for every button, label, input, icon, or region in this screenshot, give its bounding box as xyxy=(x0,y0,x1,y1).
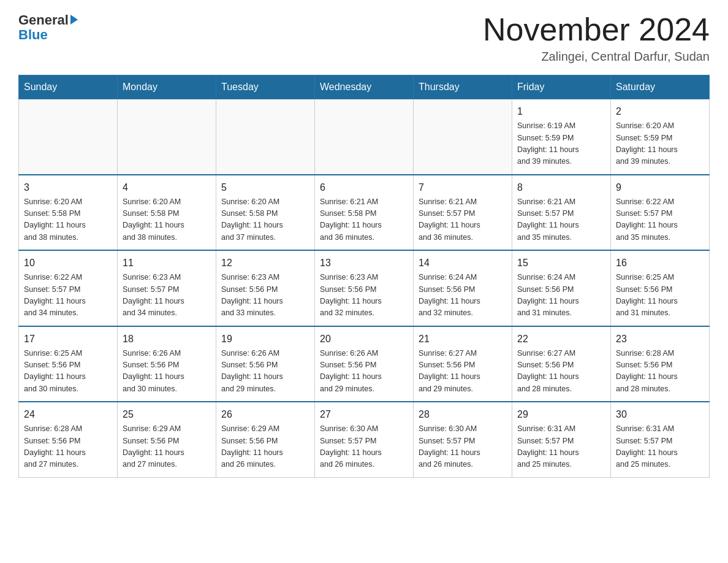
header-friday: Friday xyxy=(512,75,611,99)
header-saturday: Saturday xyxy=(611,75,710,99)
day-info: Sunrise: 6:27 AMSunset: 5:56 PMDaylight:… xyxy=(419,348,507,396)
day-number: 25 xyxy=(123,407,211,422)
calendar-cell: 22Sunrise: 6:27 AMSunset: 5:56 PMDayligh… xyxy=(512,326,611,402)
day-info: Sunrise: 6:19 AMSunset: 5:59 PMDaylight:… xyxy=(517,120,605,168)
calendar-cell xyxy=(216,99,315,175)
header-wednesday: Wednesday xyxy=(315,75,414,99)
day-number: 27 xyxy=(320,407,408,422)
calendar-table: SundayMondayTuesdayWednesdayThursdayFrid… xyxy=(18,75,710,478)
day-info: Sunrise: 6:22 AMSunset: 5:57 PMDaylight:… xyxy=(616,196,704,244)
day-number: 18 xyxy=(123,332,211,347)
day-number: 28 xyxy=(419,407,507,422)
day-number: 10 xyxy=(24,256,112,270)
calendar-cell: 10Sunrise: 6:22 AMSunset: 5:57 PMDayligh… xyxy=(19,250,118,326)
calendar-cell: 3Sunrise: 6:20 AMSunset: 5:58 PMDaylight… xyxy=(19,175,118,251)
day-number: 23 xyxy=(616,332,704,347)
day-info: Sunrise: 6:20 AMSunset: 5:58 PMDaylight:… xyxy=(123,196,211,244)
day-number: 20 xyxy=(320,332,408,347)
day-info: Sunrise: 6:23 AMSunset: 5:56 PMDaylight:… xyxy=(221,272,309,320)
day-number: 13 xyxy=(320,256,408,270)
day-info: Sunrise: 6:28 AMSunset: 5:56 PMDaylight:… xyxy=(616,348,704,396)
day-number: 11 xyxy=(123,256,211,270)
calendar-cell: 16Sunrise: 6:25 AMSunset: 5:56 PMDayligh… xyxy=(611,250,710,326)
day-info: Sunrise: 6:31 AMSunset: 5:57 PMDaylight:… xyxy=(517,423,605,471)
calendar-cell: 25Sunrise: 6:29 AMSunset: 5:56 PMDayligh… xyxy=(118,402,216,477)
day-info: Sunrise: 6:31 AMSunset: 5:57 PMDaylight:… xyxy=(616,423,704,471)
day-number: 14 xyxy=(419,256,507,270)
calendar-cell: 21Sunrise: 6:27 AMSunset: 5:56 PMDayligh… xyxy=(414,326,512,402)
day-number: 3 xyxy=(24,180,112,195)
header-thursday: Thursday xyxy=(414,75,512,99)
calendar-cell: 13Sunrise: 6:23 AMSunset: 5:56 PMDayligh… xyxy=(315,250,414,326)
day-info: Sunrise: 6:20 AMSunset: 5:58 PMDaylight:… xyxy=(221,196,309,244)
day-info: Sunrise: 6:30 AMSunset: 5:57 PMDaylight:… xyxy=(419,423,507,471)
day-info: Sunrise: 6:30 AMSunset: 5:57 PMDaylight:… xyxy=(320,423,408,471)
day-info: Sunrise: 6:29 AMSunset: 5:56 PMDaylight:… xyxy=(123,423,211,471)
day-info: Sunrise: 6:20 AMSunset: 5:58 PMDaylight:… xyxy=(24,196,112,244)
day-number: 24 xyxy=(24,407,112,422)
day-info: Sunrise: 6:28 AMSunset: 5:56 PMDaylight:… xyxy=(24,423,112,471)
calendar-cell xyxy=(315,99,414,175)
logo-general: General xyxy=(18,12,69,28)
day-number: 12 xyxy=(221,256,309,270)
day-number: 7 xyxy=(419,180,507,195)
calendar-cell: 26Sunrise: 6:29 AMSunset: 5:56 PMDayligh… xyxy=(216,402,315,477)
calendar-cell: 4Sunrise: 6:20 AMSunset: 5:58 PMDaylight… xyxy=(118,175,216,251)
calendar-cell: 11Sunrise: 6:23 AMSunset: 5:57 PMDayligh… xyxy=(118,250,216,326)
calendar-cell: 28Sunrise: 6:30 AMSunset: 5:57 PMDayligh… xyxy=(414,402,512,477)
day-info: Sunrise: 6:21 AMSunset: 5:58 PMDaylight:… xyxy=(320,196,408,244)
calendar-cell: 30Sunrise: 6:31 AMSunset: 5:57 PMDayligh… xyxy=(611,402,710,477)
logo-blue: Blue xyxy=(18,27,48,43)
day-number: 4 xyxy=(123,180,211,195)
day-info: Sunrise: 6:23 AMSunset: 5:56 PMDaylight:… xyxy=(320,272,408,320)
day-info: Sunrise: 6:22 AMSunset: 5:57 PMDaylight:… xyxy=(24,272,112,320)
day-info: Sunrise: 6:27 AMSunset: 5:56 PMDaylight:… xyxy=(517,348,605,396)
day-info: Sunrise: 6:21 AMSunset: 5:57 PMDaylight:… xyxy=(419,196,507,244)
day-number: 2 xyxy=(616,104,704,119)
logo: General Blue xyxy=(18,12,78,43)
day-number: 6 xyxy=(320,180,408,195)
calendar-cell: 29Sunrise: 6:31 AMSunset: 5:57 PMDayligh… xyxy=(512,402,611,477)
calendar-cell: 14Sunrise: 6:24 AMSunset: 5:56 PMDayligh… xyxy=(414,250,512,326)
calendar-cell xyxy=(19,99,118,175)
title-area: November 2024 Zalingei, Central Darfur, … xyxy=(483,12,710,64)
calendar-cell: 9Sunrise: 6:22 AMSunset: 5:57 PMDaylight… xyxy=(611,175,710,251)
calendar-cell: 6Sunrise: 6:21 AMSunset: 5:58 PMDaylight… xyxy=(315,175,414,251)
day-number: 8 xyxy=(517,180,605,195)
calendar-cell: 17Sunrise: 6:25 AMSunset: 5:56 PMDayligh… xyxy=(19,326,118,402)
day-info: Sunrise: 6:26 AMSunset: 5:56 PMDaylight:… xyxy=(123,348,211,396)
calendar-cell: 2Sunrise: 6:20 AMSunset: 5:59 PMDaylight… xyxy=(611,99,710,175)
calendar-header-row: SundayMondayTuesdayWednesdayThursdayFrid… xyxy=(19,75,710,99)
day-info: Sunrise: 6:21 AMSunset: 5:57 PMDaylight:… xyxy=(517,196,605,244)
month-title: November 2024 xyxy=(483,12,710,47)
day-info: Sunrise: 6:25 AMSunset: 5:56 PMDaylight:… xyxy=(616,272,704,320)
calendar-cell: 23Sunrise: 6:28 AMSunset: 5:56 PMDayligh… xyxy=(611,326,710,402)
day-info: Sunrise: 6:23 AMSunset: 5:57 PMDaylight:… xyxy=(123,272,211,320)
day-info: Sunrise: 6:20 AMSunset: 5:59 PMDaylight:… xyxy=(616,120,704,168)
day-number: 19 xyxy=(221,332,309,347)
day-number: 16 xyxy=(616,256,704,270)
logo-arrow-icon xyxy=(70,15,78,25)
day-info: Sunrise: 6:29 AMSunset: 5:56 PMDaylight:… xyxy=(221,423,309,471)
calendar-week-row: 24Sunrise: 6:28 AMSunset: 5:56 PMDayligh… xyxy=(19,402,710,477)
day-info: Sunrise: 6:24 AMSunset: 5:56 PMDaylight:… xyxy=(517,272,605,320)
day-number: 26 xyxy=(221,407,309,422)
calendar-week-row: 10Sunrise: 6:22 AMSunset: 5:57 PMDayligh… xyxy=(19,250,710,326)
day-number: 15 xyxy=(517,256,605,270)
day-number: 21 xyxy=(419,332,507,347)
day-info: Sunrise: 6:26 AMSunset: 5:56 PMDaylight:… xyxy=(221,348,309,396)
day-number: 1 xyxy=(517,104,605,119)
day-info: Sunrise: 6:26 AMSunset: 5:56 PMDaylight:… xyxy=(320,348,408,396)
day-number: 5 xyxy=(221,180,309,195)
calendar-week-row: 17Sunrise: 6:25 AMSunset: 5:56 PMDayligh… xyxy=(19,326,710,402)
calendar-cell: 5Sunrise: 6:20 AMSunset: 5:58 PMDaylight… xyxy=(216,175,315,251)
calendar-week-row: 3Sunrise: 6:20 AMSunset: 5:58 PMDaylight… xyxy=(19,175,710,251)
calendar-cell: 19Sunrise: 6:26 AMSunset: 5:56 PMDayligh… xyxy=(216,326,315,402)
calendar-cell: 1Sunrise: 6:19 AMSunset: 5:59 PMDaylight… xyxy=(512,99,611,175)
calendar-cell: 24Sunrise: 6:28 AMSunset: 5:56 PMDayligh… xyxy=(19,402,118,477)
calendar-cell: 12Sunrise: 6:23 AMSunset: 5:56 PMDayligh… xyxy=(216,250,315,326)
calendar-cell: 18Sunrise: 6:26 AMSunset: 5:56 PMDayligh… xyxy=(118,326,216,402)
day-info: Sunrise: 6:24 AMSunset: 5:56 PMDaylight:… xyxy=(419,272,507,320)
calendar-cell: 8Sunrise: 6:21 AMSunset: 5:57 PMDaylight… xyxy=(512,175,611,251)
calendar-cell xyxy=(118,99,216,175)
